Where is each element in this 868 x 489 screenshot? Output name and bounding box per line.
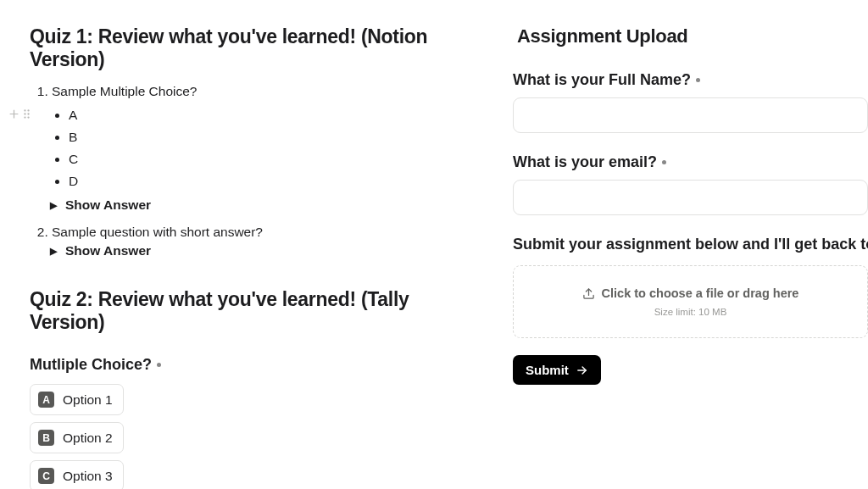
quiz1-q1[interactable]: Sample Multiple Choice? A B C D ▶ Show A… — [52, 81, 470, 219]
submit-label: Submit — [526, 363, 569, 377]
quiz1-q1-choice-b[interactable]: B — [69, 126, 470, 148]
svg-point-1 — [27, 109, 29, 111]
submit-button[interactable]: Submit — [513, 355, 601, 385]
upload-title: Assignment Upload — [513, 25, 868, 47]
email-field-label: What is your email? — [513, 153, 868, 171]
email-input[interactable] — [513, 180, 868, 215]
triangle-right-icon: ▶ — [50, 200, 60, 211]
option-label: Option 1 — [63, 392, 113, 408]
quiz1-q1-toggle[interactable]: ▶ Show Answer — [50, 194, 470, 216]
quiz1-q1-choice-c[interactable]: C — [69, 148, 470, 170]
option-key-badge: A — [38, 392, 54, 408]
plus-icon[interactable] — [8, 108, 19, 119]
name-label-text: What is your Full Name? — [513, 71, 691, 89]
svg-point-4 — [24, 116, 25, 118]
option-label: Option 2 — [63, 431, 113, 446]
name-input[interactable] — [513, 97, 868, 133]
svg-point-5 — [27, 116, 29, 118]
quiz1-q1-choices: A B C D — [52, 104, 470, 192]
required-dot-icon — [662, 160, 666, 164]
quiz2-question-label: Mutliple Choice? — [30, 356, 470, 374]
upload-instruction: Submit your assignment below and I'll ge… — [513, 236, 868, 253]
name-field-label: What is your Full Name? — [513, 71, 868, 89]
drag-handle-icon[interactable] — [22, 108, 31, 119]
arrow-right-icon — [576, 364, 588, 376]
dropzone-main-text: Click to choose a file or drag here — [602, 286, 799, 300]
quiz1-q1-choice-a[interactable]: A — [69, 104, 470, 126]
svg-point-3 — [27, 113, 29, 114]
quiz1-title: Quiz 1: Review what you've learned! (Not… — [30, 25, 470, 71]
required-dot-icon — [696, 78, 700, 82]
triangle-right-icon: ▶ — [50, 246, 60, 257]
required-dot-icon — [157, 363, 161, 367]
quiz1-q1-choice-d[interactable]: D — [69, 170, 470, 192]
quiz1-q2[interactable]: Sample question with short answer? ▶ Sho… — [52, 222, 470, 264]
quiz1-q2-prompt: Sample question with short answer? — [52, 225, 263, 239]
quiz1-q1-prompt: Sample Multiple Choice? — [52, 84, 197, 98]
quiz2-question-text: Mutliple Choice? — [30, 356, 152, 374]
svg-point-2 — [24, 113, 25, 114]
quiz2-option-c[interactable]: C Option 3 — [30, 460, 124, 489]
file-dropzone[interactable]: Click to choose a file or drag here Size… — [513, 265, 868, 338]
quiz1-q2-toggle[interactable]: ▶ Show Answer — [50, 240, 470, 262]
upload-icon — [582, 287, 595, 300]
dropzone-sub-text: Size limit: 10 MB — [654, 307, 727, 317]
option-label: Option 3 — [63, 469, 113, 484]
quiz2-title: Quiz 2: Review what you've learned! (Tal… — [30, 288, 470, 334]
block-hover-controls[interactable] — [8, 108, 31, 119]
svg-point-0 — [24, 109, 25, 111]
quiz2-option-b[interactable]: B Option 2 — [30, 422, 124, 453]
quiz1-q1-toggle-label: Show Answer — [65, 197, 151, 213]
option-key-badge: C — [38, 468, 54, 484]
email-label-text: What is your email? — [513, 153, 657, 171]
option-key-badge: B — [38, 430, 54, 446]
quiz1-list: Sample Multiple Choice? A B C D ▶ Show A… — [30, 81, 470, 264]
quiz1-q2-toggle-label: Show Answer — [65, 243, 151, 258]
quiz2-option-a[interactable]: A Option 1 — [30, 384, 124, 415]
